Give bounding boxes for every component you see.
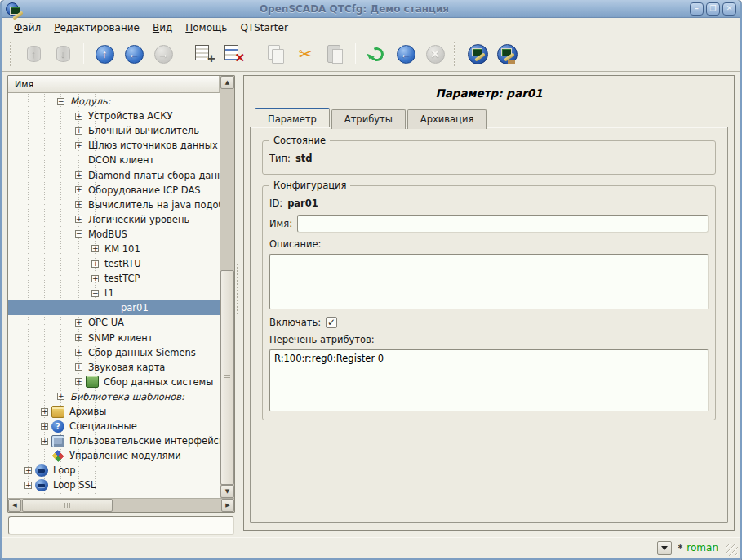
menu-help[interactable]: Помощь (179, 20, 233, 36)
start-update-button[interactable]: ← (393, 41, 418, 67)
tree-item-логический-уровень[interactable]: +Логический уровень (8, 212, 220, 227)
name-label: Имя: (269, 218, 292, 229)
tree-item-сбор-данных-системы[interactable]: +Сбор данных системы (8, 375, 220, 389)
add-item-button[interactable]: + (193, 41, 217, 67)
panel-splitter[interactable] (235, 75, 243, 513)
vertical-scroll-thumb[interactable] (220, 270, 234, 485)
expand-plus-icon[interactable]: + (91, 275, 99, 282)
name-input[interactable] (297, 215, 709, 233)
tree-horizontal-scrollbar[interactable]: ◀ ▶ (8, 498, 234, 512)
tree-item-opc-ua[interactable]: +OPC UA (8, 315, 220, 330)
close-button[interactable]: ✕ (722, 2, 736, 16)
expand-plus-icon[interactable]: + (75, 334, 82, 341)
tree-item-loop[interactable]: +Loop (8, 463, 220, 478)
expand-plus-icon[interactable]: + (75, 186, 82, 193)
scroll-down-arrow-icon[interactable]: ▼ (220, 485, 234, 498)
enable-checkbox[interactable]: ✓ (326, 317, 337, 328)
qtcfg-starter-button[interactable] (465, 41, 490, 67)
tree-item-управление-модулями[interactable]: Управление модулями (8, 448, 220, 463)
tree-item-устройства-аску[interactable]: +Устройства АСКУ (8, 109, 220, 123)
resize-grip[interactable] (726, 544, 738, 556)
collapse-minus-icon[interactable]: − (57, 98, 64, 105)
expand-plus-icon[interactable]: + (24, 467, 32, 474)
menu-qtstarter[interactable]: QTStarter (233, 20, 294, 36)
horizontal-scroll-thumb[interactable] (22, 499, 113, 512)
collapse-minus-icon[interactable]: − (75, 230, 82, 238)
tab-архивация[interactable]: Архивация (407, 109, 487, 129)
refresh-button[interactable] (364, 41, 389, 67)
tree-item-блочный-вычислитель[interactable]: +Блочный вычислитель (8, 123, 220, 138)
expand-plus-icon[interactable]: + (75, 216, 82, 223)
expand-plus-icon[interactable]: + (75, 319, 82, 327)
tree-item-snmp-клиент[interactable]: +SNMP клиент (8, 331, 220, 345)
tree-column-header[interactable]: Имя (8, 76, 220, 93)
toolbar-handle[interactable] (453, 42, 460, 66)
expand-plus-icon[interactable]: + (24, 482, 32, 489)
up-level-button[interactable]: ↑ (92, 41, 117, 67)
tree-item-архивы[interactable]: +Архивы (8, 404, 220, 419)
tree-item-diamond-платы-сбора-данных[interactable]: +Diamond платы сбора данных (8, 167, 220, 182)
tab-атрибуты[interactable]: Атрибуты (331, 109, 406, 129)
stop-update-button: ✕ (423, 41, 447, 67)
expand-plus-icon[interactable]: + (41, 438, 48, 445)
scroll-up-arrow-icon[interactable]: ▲ (220, 76, 234, 89)
qtvision-starter-button[interactable] (495, 41, 519, 67)
tree-item-dcon-клиент[interactable]: DCON клиент (8, 153, 220, 167)
menu-view[interactable]: Вид (146, 20, 179, 36)
special-icon: ? (51, 420, 64, 433)
tree-item-оборудование-icp-das[interactable]: +Оборудование ICP DAS (8, 183, 220, 198)
tree-item-специальные[interactable]: +?Специальные (8, 419, 220, 433)
tab-параметр[interactable]: Параметр (255, 108, 330, 127)
expand-plus-icon[interactable]: + (91, 260, 99, 268)
description-textarea[interactable] (269, 254, 709, 309)
expand-plus-icon[interactable]: + (41, 408, 48, 416)
tree-item-loop-ssl[interactable]: +Loop SSL (8, 478, 220, 492)
expand-plus-icon[interactable]: + (75, 113, 82, 120)
toolbar-separator (355, 43, 356, 64)
toolbar-handle[interactable] (9, 42, 16, 66)
expand-plus-icon[interactable]: + (75, 127, 82, 135)
status-dropdown-button[interactable] (657, 541, 672, 555)
tree-item-t1[interactable]: −t1 (8, 286, 220, 300)
tree-item-testtcp[interactable]: +testTCP (8, 271, 220, 286)
delete-item-button[interactable]: ✕ (222, 41, 247, 67)
expand-plus-icon[interactable]: + (41, 423, 48, 430)
tree-item-библиотека-шаблонов-[interactable]: +Библиотека шаблонов: (8, 389, 220, 404)
expand-plus-icon[interactable]: + (75, 171, 82, 179)
tree-vertical-scrollbar[interactable]: ▲ ▼ (220, 76, 234, 498)
tree-item-testrtu[interactable]: +testRTU (8, 256, 220, 271)
scroll-left-arrow-icon[interactable]: ◀ (8, 499, 21, 512)
menu-edit[interactable]: Редактирование (47, 20, 146, 36)
expand-plus-icon[interactable]: + (91, 245, 99, 252)
tree-item-par01[interactable]: par01 (8, 300, 220, 315)
archives-icon (51, 406, 64, 418)
tree-search-input[interactable] (8, 516, 234, 535)
stop-circle-icon: ✕ (426, 45, 445, 64)
cut-button[interactable]: ✂ (293, 41, 318, 67)
toolbar-separator (83, 43, 84, 64)
expand-plus-icon[interactable]: + (75, 142, 82, 149)
back-button[interactable]: ← (122, 41, 146, 67)
scroll-right-arrow-icon[interactable]: ▶ (221, 499, 234, 512)
tree-item-шлюз-источников-данных[interactable]: +Шлюз источников данных (8, 138, 220, 153)
expand-plus-icon[interactable]: + (75, 201, 82, 208)
expand-plus-icon[interactable]: + (75, 363, 82, 371)
tree-item-звуковая-карта[interactable]: +Звуковая карта (8, 360, 220, 375)
collapse-minus-icon[interactable]: − (91, 290, 99, 297)
tree-item-км-101[interactable]: +КМ 101 (8, 242, 220, 256)
menu-file[interactable]: Файл (7, 20, 47, 36)
minimize-button[interactable]: – (690, 2, 704, 16)
tree-item-сбор-данных-siemens[interactable]: +Сбор данных Siemens (8, 345, 220, 360)
tree-item-модуль-[interactable]: −Модуль: (8, 94, 220, 109)
expand-plus-icon[interactable]: + (75, 349, 82, 356)
tree-item-пользовательские-интерфейсы[interactable]: +Пользовательские интерфейсы (8, 433, 220, 448)
tree-item-вычислитель-на-java-подобном[interactable]: +Вычислитель на java подобном (8, 198, 220, 212)
attributes-list-textarea[interactable]: R:100:r:reg0:Register 0 (269, 349, 709, 411)
splitter-handle[interactable] (237, 264, 242, 316)
id-value: par01 (287, 198, 318, 209)
tree-item-modbus[interactable]: −ModBUS (8, 227, 220, 242)
refresh-icon (367, 45, 385, 63)
maximize-button[interactable]: ❐ (706, 2, 720, 16)
expand-plus-icon[interactable]: + (57, 393, 64, 400)
expand-plus-icon[interactable]: + (75, 378, 82, 385)
